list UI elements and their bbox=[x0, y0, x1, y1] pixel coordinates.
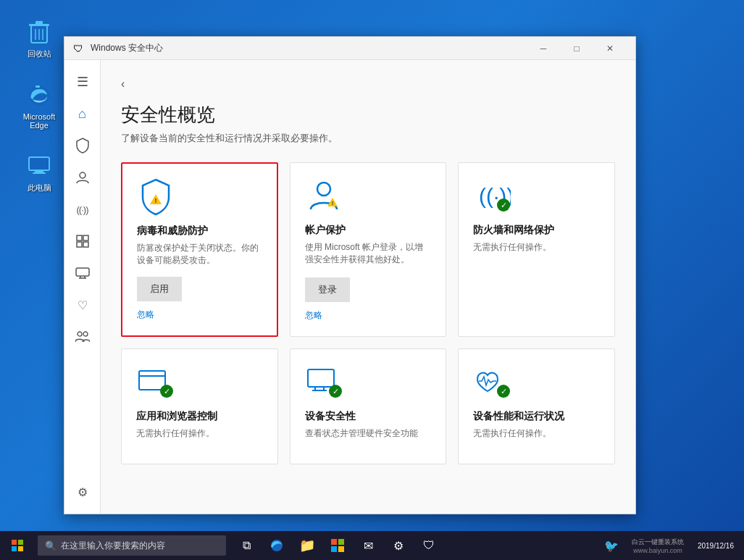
svg-text:✓: ✓ bbox=[164, 387, 170, 396]
svg-rect-7 bbox=[35, 85, 40, 88]
mypc-icon bbox=[25, 151, 54, 180]
firewall-card-title: 防火墙和网络保护 bbox=[473, 224, 600, 237]
firewall-card-desc: 无需执行任何操作。 bbox=[473, 241, 600, 312]
page-title: 安全性概览 bbox=[121, 102, 615, 128]
svg-rect-43 bbox=[12, 540, 17, 545]
svg-rect-35 bbox=[308, 369, 334, 387]
svg-point-21 bbox=[78, 332, 82, 336]
task-view-button[interactable]: ⧉ bbox=[232, 531, 261, 560]
svg-point-25 bbox=[317, 183, 330, 196]
svg-rect-48 bbox=[331, 539, 337, 545]
start-button[interactable] bbox=[0, 531, 35, 560]
twitter-taskbar-icon[interactable]: 🐦 bbox=[601, 535, 622, 556]
svg-rect-14 bbox=[83, 235, 88, 241]
sidebar-item-settings[interactable]: ⚙ bbox=[65, 476, 100, 508]
watermark-line2: www.baiyun.com bbox=[633, 547, 682, 554]
account-card-desc: 使用 Microsoft 帐户登录，以增强安全性并获得其他好处。 bbox=[305, 241, 432, 267]
main-content: ‹ 安全性概览 了解设备当前的安全性和运行情况并采取必要操作。 ! bbox=[101, 60, 635, 514]
cards-grid: ! 病毒和威胁防护 防篡改保护处于关闭状态。你的设备可能易受攻击。 启用 忽略 bbox=[121, 162, 615, 464]
device-security-icon: ✓ bbox=[305, 364, 343, 401]
window-title: Windows 安全中心 bbox=[91, 42, 527, 54]
virus-card-desc: 防篡改保护处于关闭状态。你的设备可能易受攻击。 bbox=[137, 242, 262, 267]
app-card-icon: ✓ bbox=[136, 364, 174, 401]
sidebar-item-device[interactable] bbox=[65, 257, 100, 289]
svg-rect-15 bbox=[77, 242, 82, 247]
svg-rect-9 bbox=[30, 158, 49, 170]
title-bar: 🛡 Windows 安全中心 ─ □ ✕ bbox=[64, 37, 635, 60]
svg-text:✓: ✓ bbox=[332, 387, 338, 396]
window-body: ☰ ⌂ ((·)) bbox=[64, 60, 635, 514]
virus-card-title: 病毒和威胁防护 bbox=[137, 225, 262, 238]
svg-text:✓: ✓ bbox=[501, 387, 507, 396]
sidebar-item-performance[interactable]: ♡ bbox=[65, 289, 100, 321]
performance-card-icon: ✓ bbox=[473, 364, 511, 401]
card-firewall: ((·)) ✓ 防火墙和网络保护 无需执行任何操作。 bbox=[458, 162, 615, 337]
explorer-taskbar-button[interactable]: 📁 bbox=[293, 531, 322, 560]
account-card-icon: ! bbox=[305, 177, 343, 215]
taskbar-center: ⧉ 📁 ✉ ⚙ 🛡 bbox=[232, 531, 443, 560]
svg-rect-46 bbox=[18, 546, 23, 551]
sidebar-item-family[interactable] bbox=[65, 321, 100, 353]
performance-card-desc: 无需执行任何操作。 bbox=[473, 427, 600, 440]
recycle-bin-label: 回收站 bbox=[28, 49, 51, 59]
maximize-button[interactable]: □ bbox=[560, 37, 593, 60]
svg-point-22 bbox=[83, 332, 88, 336]
app-card-title: 应用和浏览器控制 bbox=[136, 410, 263, 423]
svg-rect-16 bbox=[83, 242, 88, 247]
edge-icon bbox=[25, 81, 54, 110]
svg-rect-45 bbox=[12, 546, 17, 551]
settings-taskbar-button[interactable]: ⚙ bbox=[384, 531, 413, 560]
edge-taskbar-button[interactable] bbox=[262, 531, 291, 560]
virus-enable-button[interactable]: 启用 bbox=[137, 277, 182, 301]
desktop-icon-recycle-bin[interactable]: 回收站 bbox=[13, 14, 65, 62]
svg-text:✓: ✓ bbox=[501, 201, 507, 209]
mypc-label: 此电脑 bbox=[28, 183, 51, 193]
app-card-desc: 无需执行任何操作。 bbox=[136, 427, 263, 440]
svg-rect-17 bbox=[76, 268, 89, 276]
device-security-desc: 查看状态并管理硬件安全功能 bbox=[305, 427, 432, 440]
close-button[interactable]: ✕ bbox=[593, 37, 627, 60]
svg-rect-49 bbox=[338, 539, 344, 545]
card-account: ! 帐户保护 使用 Microsoft 帐户登录，以增强安全性并获得其他好处。 … bbox=[290, 162, 447, 337]
time-display: 2019/12/16 bbox=[698, 542, 734, 550]
sidebar-item-home[interactable]: ⌂ bbox=[65, 98, 100, 130]
desktop: 回收站 MicrosoftEdge 此电脑 🛡 W bbox=[0, 0, 744, 560]
minimize-button[interactable]: ─ bbox=[527, 37, 560, 60]
edge-label: MicrosoftEdge bbox=[23, 112, 56, 130]
svg-rect-50 bbox=[331, 546, 337, 552]
desktop-icon-mypc[interactable]: 此电脑 bbox=[13, 149, 65, 196]
sidebar: ☰ ⌂ ((·)) bbox=[64, 60, 101, 514]
watermark-area: 白云一键重装系统 www.baiyun.com bbox=[625, 536, 690, 556]
sidebar-bottom: ⚙ bbox=[65, 476, 100, 508]
svg-text:!: ! bbox=[331, 200, 333, 206]
sidebar-item-menu[interactable]: ☰ bbox=[65, 66, 100, 98]
svg-rect-13 bbox=[77, 235, 82, 241]
firewall-card-icon: ((·)) ✓ bbox=[473, 177, 511, 215]
datetime[interactable]: 2019/12/16 bbox=[693, 540, 738, 551]
svg-rect-11 bbox=[33, 172, 46, 174]
performance-card-title: 设备性能和运行状况 bbox=[473, 410, 600, 423]
desktop-icon-edge[interactable]: MicrosoftEdge bbox=[13, 78, 65, 133]
taskbar: 🔍 在这里输入你要搜索的内容 ⧉ 📁 ✉ ⚙ bbox=[0, 531, 744, 560]
virus-ignore-link[interactable]: 忽略 bbox=[137, 309, 262, 321]
account-ignore-link[interactable]: 忽略 bbox=[305, 309, 432, 322]
search-icon: 🔍 bbox=[45, 540, 57, 551]
taskbar-search[interactable]: 🔍 在这里输入你要搜索的内容 bbox=[38, 535, 226, 556]
window-controls: ─ □ ✕ bbox=[527, 37, 627, 60]
svg-text:!: ! bbox=[155, 197, 157, 204]
sidebar-item-account[interactable] bbox=[65, 162, 100, 193]
back-button[interactable]: ‹ bbox=[121, 78, 615, 91]
defender-taskbar-button[interactable]: 🛡 bbox=[414, 531, 443, 560]
window-icon: 🛡 bbox=[73, 43, 85, 54]
sidebar-item-firewall[interactable]: ((·)) bbox=[65, 193, 100, 225]
card-performance: ✓ 设备性能和运行状况 无需执行任何操作。 bbox=[458, 348, 615, 465]
sidebar-item-app[interactable] bbox=[65, 225, 100, 257]
sidebar-item-virus[interactable] bbox=[65, 130, 100, 162]
card-device-security: ✓ 设备安全性 查看状态并管理硬件安全功能 bbox=[290, 348, 447, 465]
mail-taskbar-button[interactable]: ✉ bbox=[354, 531, 383, 560]
svg-rect-51 bbox=[338, 546, 344, 552]
account-signin-button[interactable]: 登录 bbox=[305, 277, 350, 302]
card-app-browser: ✓ 应用和浏览器控制 无需执行任何操作。 bbox=[121, 348, 278, 465]
search-placeholder: 在这里输入你要搜索的内容 bbox=[61, 540, 165, 552]
store-taskbar-button[interactable] bbox=[323, 531, 352, 560]
